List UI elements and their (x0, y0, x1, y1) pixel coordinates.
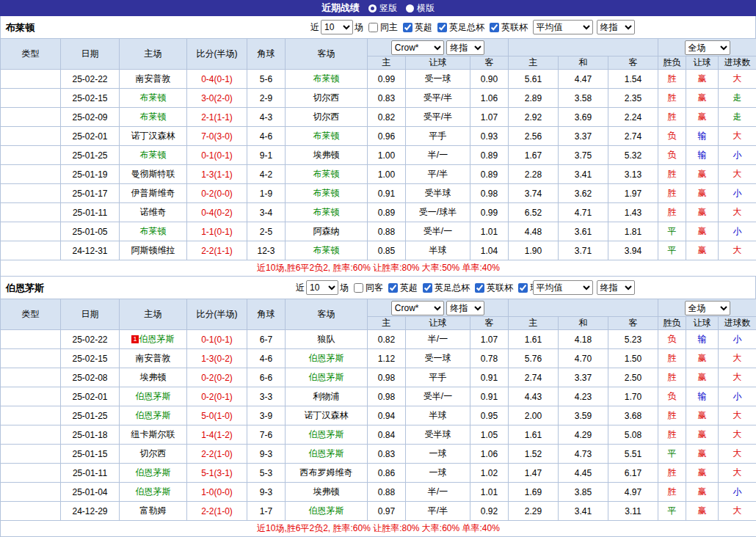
sub-away-odds: 客 (470, 56, 509, 70)
match-row: 英足总杯25-01-11伯恩茅斯5-1(3-1)5-3西布罗姆维奇0.86一球1… (1, 464, 756, 483)
average-select[interactable]: 平均值 (533, 20, 593, 34)
league-checkbox-premier[interactable] (388, 283, 398, 293)
control-row: 布莱顿 近 10 场 同主 英超 英足总杯 英联杯 平均值 终指 (0, 16, 756, 38)
league-badge: 英超 (1, 445, 61, 464)
avg-away-odds: 2.24 (608, 108, 658, 127)
near-label: 近 (296, 282, 305, 294)
avg-draw-odds: 3.58 (559, 89, 608, 108)
match-score: 0-4(0-1) (187, 70, 247, 89)
league-checkbox-facup[interactable] (437, 23, 447, 32)
corner-count: 12-3 (247, 241, 286, 260)
avg-home-odds: 3.74 (509, 184, 559, 203)
result-handicap: 赢 (686, 349, 719, 368)
crown-home-odds: 0.82 (368, 108, 406, 127)
league-checkbox-facup[interactable] (423, 283, 432, 293)
avg-home-odds: 2.56 (509, 127, 559, 146)
crown-away-odds: 1.02 (470, 464, 509, 483)
league-checkbox-eflcup[interactable] (475, 283, 484, 293)
result-wdl: 胜 (658, 184, 686, 203)
col-date-header: 日期 (61, 39, 120, 70)
control-row: 伯恩茅斯 近 10 场 同客 英超 英足总杯 英联杯 球会友谊 平均值 终指 (0, 277, 756, 299)
match-score: 5-1(3-1) (187, 464, 247, 483)
league-checkbox-premier[interactable] (403, 23, 412, 32)
scope-select[interactable]: 全场 (685, 301, 730, 315)
average-index-select[interactable]: 终指 (597, 280, 635, 295)
league-label-premier: 英超 (415, 21, 432, 34)
result-handicap: 输 (686, 330, 719, 349)
match-score: 5-0(1-0) (187, 406, 247, 425)
crown-away-odds: 1.01 (470, 483, 509, 502)
match-row: 英超24-12-29富勒姆2-2(1-0)1-7伯恩茅斯0.97平/半0.922… (1, 502, 756, 521)
same-venue-checkbox[interactable] (354, 283, 363, 293)
average-odds-selects: 平均值 终指 (509, 280, 658, 295)
avg-draw-odds: 3.37 (559, 368, 608, 387)
match-date: 25-01-19 (61, 165, 120, 184)
col-home-header: 主场 (120, 39, 187, 70)
league-checkbox-eflcup[interactable] (490, 23, 499, 32)
average-odds-header-cell (509, 39, 658, 56)
result-handicap: 输 (686, 146, 719, 165)
crown-handicap: 半/一 (406, 483, 470, 502)
col-corner-header: 角球 (247, 39, 286, 70)
league-badge: 英超 (1, 222, 61, 241)
section-brighton: 布莱顿 近 10 场 同主 英超 英足总杯 英联杯 平均值 终指 (0, 16, 756, 277)
corner-count: 6-6 (247, 368, 286, 387)
sub-goals-result: 进球数 (719, 56, 756, 70)
bookmaker-select[interactable]: Crow* (391, 301, 444, 315)
crown-handicap: 半球 (406, 241, 470, 260)
avg-away-odds: 1.50 (608, 349, 658, 368)
match-count-select[interactable]: 10 (321, 20, 353, 34)
result-wdl: 胜 (658, 368, 686, 387)
crown-handicap: 受一球 (406, 70, 470, 89)
view-option-horizontal[interactable]: 横版 (406, 2, 435, 15)
crown-home-odds: 0.98 (368, 387, 406, 406)
match-date: 25-02-15 (61, 349, 120, 368)
corner-count: 1-9 (247, 184, 286, 203)
sub-away-odds: 客 (470, 317, 509, 330)
match-row: 英足总杯25-02-08埃弗顿0-2(0-2)6-6伯恩茅斯0.98平手0.91… (1, 368, 756, 387)
away-team: 布莱顿 (286, 70, 368, 89)
scope-select[interactable]: 全场 (685, 40, 730, 55)
home-team: 伯恩茅斯 (120, 464, 187, 483)
match-score: 0-2(0-0) (187, 184, 247, 203)
corner-count: 4-2 (247, 165, 286, 184)
avg-away-odds: 1.70 (608, 387, 658, 406)
bookmaker-index-select[interactable]: 终指 (446, 40, 484, 55)
match-count-select[interactable]: 10 (306, 280, 338, 295)
result-goals: 大 (719, 241, 756, 260)
crown-away-odds: 0.89 (470, 165, 509, 184)
home-team: 切尔西 (120, 445, 187, 464)
crown-handicap: 受半/一 (406, 387, 470, 406)
league-badge: 英足总杯 (1, 464, 61, 483)
avg-away-odds: 1.81 (608, 222, 658, 241)
away-team: 诺丁汉森林 (286, 406, 368, 425)
avg-away-odds: 5.08 (608, 425, 658, 445)
crown-home-odds: 0.82 (368, 330, 406, 349)
result-wdl: 平 (658, 241, 686, 260)
crown-away-odds: 0.91 (470, 368, 509, 387)
result-goals: 走 (719, 108, 756, 127)
result-goals: 大 (719, 502, 756, 521)
average-index-select[interactable]: 终指 (597, 20, 635, 34)
result-goals: 大 (719, 406, 756, 425)
match-score: 2-2(1-0) (187, 502, 247, 521)
average-odds-selects: 平均值 终指 (509, 20, 658, 34)
bookmaker-select[interactable]: Crow* (391, 40, 444, 55)
horizontal-radio[interactable] (406, 4, 414, 12)
bookmaker-index-select[interactable]: 终指 (446, 301, 484, 315)
view-option-vertical[interactable]: 竖版 (368, 2, 397, 15)
away-team: 伯恩茅斯 (286, 445, 368, 464)
avg-draw-odds: 4.23 (559, 387, 608, 406)
avg-draw-odds: 3.69 (559, 108, 608, 127)
average-select[interactable]: 平均值 (533, 280, 593, 295)
away-team: 切尔西 (286, 89, 368, 108)
avg-draw-odds: 4.18 (559, 330, 608, 349)
sub-handicap: 让球 (406, 317, 470, 330)
match-row: 英超25-01-25伯恩茅斯5-0(1-0)3-9诺丁汉森林0.94半球0.95… (1, 406, 756, 425)
away-team: 伯恩茅斯 (286, 425, 368, 445)
avg-home-odds: 6.52 (509, 203, 559, 222)
result-goals: 大 (719, 70, 756, 89)
vertical-radio[interactable] (368, 4, 377, 12)
avg-away-odds: 3.11 (608, 502, 658, 521)
same-venue-checkbox[interactable] (368, 23, 378, 32)
